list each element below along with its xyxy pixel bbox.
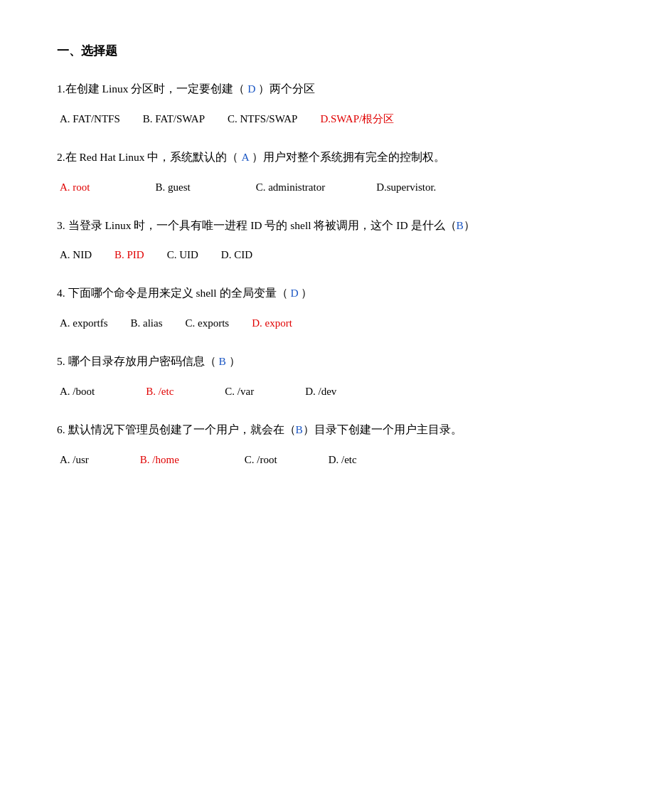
q3-option-d: D. CID (221, 245, 252, 265)
q6-answer: B (296, 423, 303, 435)
q1-answer: D (245, 83, 258, 95)
question-block-3: 3. 当登录 Linux 时，一个具有唯一进程 ID 号的 shell 将被调用… (57, 217, 615, 265)
q1-options: A. FAT/NTFS B. FAT/SWAP C. NTFS/SWAP D.S… (57, 110, 615, 129)
q5-option-b: B. /etc (146, 382, 174, 401)
q5-text-after: ） (229, 355, 240, 367)
q2-option-a: A. root (60, 178, 90, 197)
q3-option-c: C. UID (167, 245, 198, 265)
q1-text-after: ）两个分区 (258, 83, 315, 95)
q4-option-b: B. alias (131, 314, 163, 333)
q1-option-c: C. NTFS/SWAP (228, 110, 297, 129)
q1-option-a: A. FAT/NTFS (60, 110, 120, 129)
question-text-4: 4. 下面哪个命令是用来定义 shell 的全局变量（ D ） (57, 285, 615, 302)
q6-option-a: A. /usr (60, 450, 89, 470)
q3-text-after: ） (464, 219, 475, 231)
q4-option-a: A. exportfs (60, 314, 108, 333)
q1-option-b: B. FAT/SWAP (143, 110, 205, 129)
q5-options: A. /boot B. /etc C. /var D. /dev (57, 382, 615, 401)
q6-option-c: C. /root (245, 450, 277, 470)
q2-options: A. root B. guest C. administrator D.supe… (57, 178, 615, 197)
q2-answer: A (239, 151, 252, 163)
q6-option-d: D. /etc (329, 450, 357, 470)
section-title: 一、选择题 (57, 43, 615, 59)
q1-text-before: 1.在创建 Linux 分区时，一定要创建（ (57, 83, 245, 95)
question-block-5: 5. 哪个目录存放用户密码信息（ B ） A. /boot B. /etc C.… (57, 353, 615, 401)
question-text-1: 1.在创建 Linux 分区时，一定要创建（ D ）两个分区 (57, 80, 615, 98)
q5-answer: B (216, 355, 229, 367)
q5-text-before: 5. 哪个目录存放用户密码信息（ (57, 355, 216, 367)
question-text-5: 5. 哪个目录存放用户密码信息（ B ） (57, 353, 615, 371)
q6-option-b: B. /home (140, 450, 179, 470)
question-block-1: 1.在创建 Linux 分区时，一定要创建（ D ）两个分区 A. FAT/NT… (57, 80, 615, 129)
q3-answer: B (457, 219, 464, 231)
q4-text-after: ） (301, 287, 312, 299)
q5-option-a: A. /boot (60, 382, 95, 401)
q4-options: A. exportfs B. alias C. exports D. expor… (57, 314, 615, 333)
q6-text-after: ）目录下创建一个用户主目录。 (303, 423, 462, 435)
question-text-2: 2.在 Red Hat Linux 中，系统默认的（ A ）用户对整个系统拥有完… (57, 149, 615, 166)
q4-answer: D (288, 287, 302, 299)
q5-option-c: C. /var (225, 382, 254, 401)
q3-option-b: B. PID (114, 245, 144, 265)
q4-option-d: D. export (252, 314, 292, 333)
q2-option-d: D.supervistor. (376, 178, 436, 197)
q5-option-d: D. /dev (305, 382, 336, 401)
questions-container: 1.在创建 Linux 分区时，一定要创建（ D ）两个分区 A. FAT/NT… (57, 80, 615, 470)
q3-text-before: 3. 当登录 Linux 时，一个具有唯一进程 ID 号的 shell 将被调用… (57, 219, 457, 231)
question-text-6: 6. 默认情况下管理员创建了一个用户，就会在（B）目录下创建一个用户主目录。 (57, 421, 615, 439)
q2-text-before: 2.在 Red Hat Linux 中，系统默认的（ (57, 151, 239, 163)
q3-options: A. NID B. PID C. UID D. CID (57, 245, 615, 265)
question-block-6: 6. 默认情况下管理员创建了一个用户，就会在（B）目录下创建一个用户主目录。 A… (57, 421, 615, 470)
q6-text-before: 6. 默认情况下管理员创建了一个用户，就会在（ (57, 423, 296, 435)
question-block-2: 2.在 Red Hat Linux 中，系统默认的（ A ）用户对整个系统拥有完… (57, 149, 615, 197)
q4-option-c: C. exports (186, 314, 230, 333)
q4-text-before: 4. 下面哪个命令是用来定义 shell 的全局变量（ (57, 287, 288, 299)
q2-option-c: C. administrator (256, 178, 326, 197)
question-block-4: 4. 下面哪个命令是用来定义 shell 的全局变量（ D ） A. expor… (57, 285, 615, 333)
q2-option-b: B. guest (156, 178, 191, 197)
q2-text-after: ）用户对整个系统拥有完全的控制权。 (252, 151, 445, 163)
q6-options: A. /usr B. /home C. /root D. /etc (57, 450, 615, 470)
q1-option-d: D.SWAP/根分区 (320, 110, 394, 129)
question-text-3: 3. 当登录 Linux 时，一个具有唯一进程 ID 号的 shell 将被调用… (57, 217, 615, 235)
q3-option-a: A. NID (60, 245, 92, 265)
